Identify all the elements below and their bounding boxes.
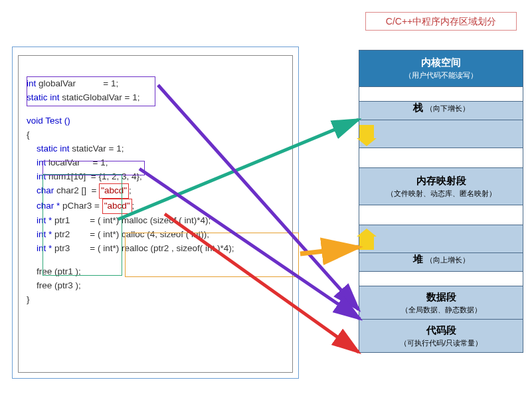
mem-gap-2 xyxy=(359,148,523,168)
pchar3-literal-box: "abcd" xyxy=(102,199,132,214)
arrow-up-icon xyxy=(359,235,374,250)
line-num1: int num1[10] = {1, 2, 3, 4}; xyxy=(27,170,284,184)
mem-heap-arrow xyxy=(359,225,523,253)
line-brace-close: } xyxy=(27,293,284,307)
diagram-title: C/C++中程序内存区域划分 xyxy=(365,12,517,31)
mem-mmap: 内存映射段 （文件映射、动态库、匿名映射） xyxy=(359,168,523,205)
line-pchar3: char * pChar3 = "abcd"; xyxy=(27,199,284,214)
mem-gap-1 xyxy=(359,87,523,102)
mem-stack-arrow xyxy=(359,120,523,148)
line-free1: free (ptr1 ); xyxy=(27,265,284,279)
line-localvar: int localVar = 1; xyxy=(27,156,284,170)
char2-literal-box: "abcd" xyxy=(99,183,129,199)
line-char2: char char2 [] = "abcd"; xyxy=(27,183,284,199)
mem-heap-label: 堆 （向上增长） xyxy=(359,253,523,272)
arrow-down-icon xyxy=(359,125,374,140)
line-ptr2: int * ptr2 = ( int*) calloc (4, sizeof (… xyxy=(27,228,284,242)
line-globalvar: int globalVar = 1; xyxy=(27,77,284,91)
mem-data: 数据段 （全局数据、静态数据） xyxy=(359,286,523,320)
mem-gap-3 xyxy=(359,205,523,225)
line-ptr3: int * ptr3 = ( int*) realloc (ptr2 , siz… xyxy=(27,242,284,256)
line-staticvar: static int staticVar = 1; xyxy=(27,142,284,156)
line-brace-open: { xyxy=(27,128,284,142)
line-staticglobalvar: static int staticGlobalVar = 1; xyxy=(27,91,284,105)
line-ptr1: int * ptr1 = ( int*) malloc (sizeof ( in… xyxy=(27,214,284,228)
mem-code: 代码段 （可执行代码/只读常量） xyxy=(359,320,523,353)
mem-stack-label: 栈 （向下增长） xyxy=(359,102,523,120)
mem-kernel: 内核空间 （用户代码不能读写） xyxy=(359,50,523,87)
code-inner: int globalVar = 1; static int staticGlob… xyxy=(18,55,293,373)
line-func: void Test () xyxy=(27,114,284,128)
line-free3: free (ptr3 ); xyxy=(27,279,284,293)
code-panel: int globalVar = 1; static int staticGlob… xyxy=(12,47,299,379)
arrow-malloc-to-heap xyxy=(300,247,359,254)
mem-gap-4 xyxy=(359,272,523,286)
memory-panel: 内核空间 （用户代码不能读写） 栈 （向下增长） 内存映射段 （文件映射、动态库… xyxy=(359,50,523,353)
